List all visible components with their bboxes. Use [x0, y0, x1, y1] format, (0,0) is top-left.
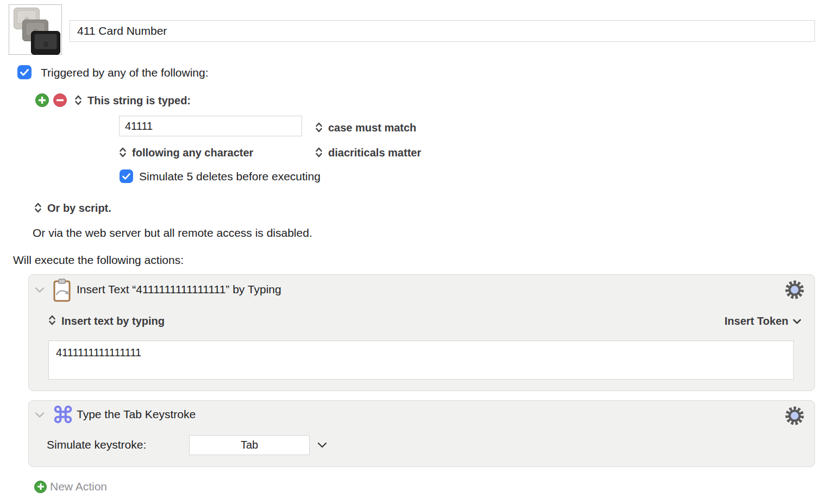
following-option-updown-icon[interactable]: [119, 147, 127, 158]
insert-text-textarea[interactable]: [48, 341, 794, 380]
action-title: Type the Tab Keystroke: [77, 408, 196, 421]
diacriticals-option-updown-icon[interactable]: [315, 147, 323, 158]
case-option-updown-icon[interactable]: [315, 122, 323, 133]
insert-token-dropdown[interactable]: Insert Token: [725, 315, 801, 327]
trigger-type-updown-icon[interactable]: [74, 94, 82, 106]
clipboard-paste-icon: [53, 279, 72, 303]
disclosure-chevron-icon[interactable]: [35, 287, 45, 293]
trigger-type-label[interactable]: This string is typed:: [87, 94, 191, 107]
or-by-script-label[interactable]: Or by script.: [47, 202, 111, 215]
macro-title-input[interactable]: [70, 20, 815, 42]
plus-icon: [39, 97, 46, 104]
simulate-keystroke-label: Simulate keystroke:: [47, 438, 146, 451]
simulate-deletes-checkbox[interactable]: [120, 169, 133, 183]
action-type-keystroke[interactable]: Type the Tab Keystroke Simulate keystrok…: [28, 400, 815, 467]
action-insert-text[interactable]: Insert Text “4111111111111111” by Typing…: [28, 274, 815, 391]
minus-icon: [57, 99, 64, 102]
disclosure-chevron-icon[interactable]: [35, 412, 45, 418]
insert-mode-updown-icon[interactable]: [48, 314, 56, 326]
actions-header: Will execute the following actions:: [13, 254, 184, 267]
keystroke-input[interactable]: [189, 435, 310, 455]
keycap-dark-icon: [31, 31, 60, 55]
triggered-label: Triggered by any of the following:: [41, 66, 209, 79]
script-option-updown-icon[interactable]: [34, 202, 42, 213]
following-option-label[interactable]: following any character: [132, 147, 253, 159]
triggered-checkbox[interactable]: [17, 65, 32, 79]
insert-token-label: Insert Token: [725, 315, 788, 327]
add-trigger-button[interactable]: [35, 93, 49, 107]
gear-icon[interactable]: [785, 280, 805, 300]
trigger-string-input[interactable]: [119, 116, 302, 136]
action-title: Insert Text “4111111111111111” by Typing: [77, 283, 281, 296]
case-option-label[interactable]: case must match: [328, 122, 416, 134]
simulate-deletes-label: Simulate 5 deletes before executing: [139, 170, 321, 183]
keystroke-dropdown-chevron-icon[interactable]: [317, 442, 327, 448]
new-action-button[interactable]: New Action: [34, 480, 107, 493]
checkmark-icon: [20, 69, 29, 76]
plus-icon: [34, 481, 47, 493]
checkmark-icon: [122, 173, 130, 180]
insert-mode-label[interactable]: Insert text by typing: [61, 315, 165, 327]
command-key-icon: [53, 404, 73, 425]
gear-icon[interactable]: [785, 406, 805, 426]
chevron-down-icon: [793, 319, 801, 324]
macro-editor: Triggered by any of the following: This …: [0, 0, 828, 504]
web-server-note: Or via the web server but all remote acc…: [33, 226, 312, 240]
new-action-label: New Action: [50, 480, 107, 493]
macro-icon: [9, 4, 62, 55]
remove-trigger-button[interactable]: [53, 93, 67, 107]
diacriticals-option-label[interactable]: diacriticals matter: [328, 147, 421, 159]
